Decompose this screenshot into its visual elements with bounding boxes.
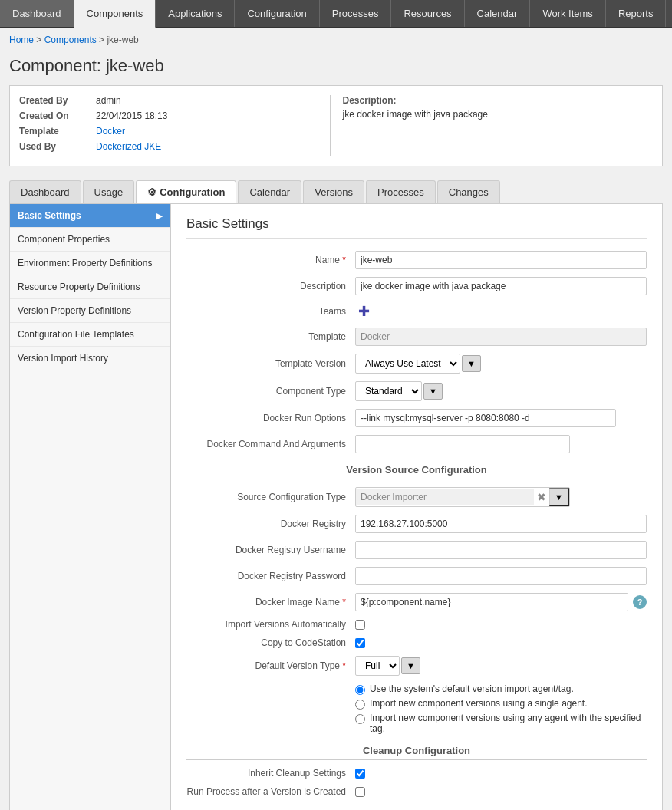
- run-process-row: Run Process after a Version is Created: [186, 786, 647, 797]
- nav-workitems[interactable]: Work Items: [530, 0, 606, 27]
- description-row: Description: [186, 277, 647, 295]
- tab-processes[interactable]: Processes: [366, 180, 436, 203]
- page-title: Component: jke-web: [0, 51, 672, 85]
- docker-run-label: Docker Run Options: [186, 413, 355, 423]
- template-version-label: Template Version: [186, 358, 355, 369]
- component-type-dropdown-arrow[interactable]: ▼: [423, 383, 443, 400]
- docker-command-row: Docker Command And Arguments: [186, 435, 647, 453]
- nav-dashboard[interactable]: Dashboard: [0, 0, 74, 27]
- sidebar-item-component-properties[interactable]: Component Properties: [10, 228, 170, 252]
- docker-image-name-help-icon[interactable]: ?: [633, 595, 647, 609]
- sidebar-item-version-import-history[interactable]: Version Import History: [10, 347, 170, 370]
- created-by-value: admin: [96, 95, 121, 106]
- form-title: Basic Settings: [186, 216, 647, 239]
- import-versions-checkbox[interactable]: [355, 620, 365, 630]
- template-value: Docker: [96, 126, 125, 137]
- radio-system-default[interactable]: [355, 685, 365, 695]
- info-panel: Created By admin Created On 22/04/2015 1…: [9, 85, 663, 166]
- docker-registry-label: Docker Registry: [186, 519, 355, 529]
- cleanup-section-divider: Cleanup Configuration: [186, 745, 647, 760]
- nav-calendar[interactable]: Calendar: [465, 0, 531, 27]
- agent-radio-group: Use the system's default version import …: [355, 683, 647, 734]
- source-config-type-input[interactable]: [356, 489, 534, 505]
- teams-row: Teams ✚: [186, 303, 647, 320]
- form-area: Basic Settings Name * Description Teams …: [171, 204, 662, 810]
- sidebar-item-configuration-file-templates[interactable]: Configuration File Templates: [10, 323, 170, 347]
- docker-command-input[interactable]: [355, 435, 570, 453]
- docker-image-name-label: Docker Image Name *: [186, 597, 355, 608]
- copy-to-codestation-label: Copy to CodeStation: [186, 637, 355, 648]
- tab-calendar[interactable]: Calendar: [238, 180, 301, 203]
- docker-registry-username-label: Docker Registry Username: [186, 545, 355, 555]
- template-field-label: Template: [186, 331, 355, 342]
- template-label: Template: [19, 126, 96, 137]
- template-link[interactable]: Docker: [96, 126, 125, 137]
- info-right: Description: jke docker image with java …: [330, 95, 654, 156]
- template-row: Template: [186, 328, 647, 346]
- tab-usage[interactable]: Usage: [83, 180, 135, 203]
- component-type-dropdown-group: Standard ▼: [355, 381, 443, 401]
- source-config-type-dropdown-button[interactable]: ▼: [549, 488, 569, 506]
- docker-registry-username-input[interactable]: [355, 541, 647, 559]
- docker-registry-input[interactable]: [355, 515, 647, 533]
- nav-processes[interactable]: Processes: [320, 0, 392, 27]
- breadcrumb-home[interactable]: Home: [9, 35, 34, 45]
- sidebar-item-basic-settings[interactable]: Basic Settings ▶: [10, 204, 170, 228]
- created-on-value: 22/04/2015 18:13: [96, 110, 167, 121]
- sidebar-item-version-property-definitions[interactable]: Version Property Definitions: [10, 299, 170, 323]
- docker-image-name-input[interactable]: [355, 593, 628, 611]
- import-versions-row: Import Versions Automatically: [186, 619, 647, 630]
- radio-any-agent-tag[interactable]: [355, 714, 365, 724]
- tab-bar: Dashboard Usage ⚙Configuration Calendar …: [9, 176, 663, 204]
- description-input[interactable]: [355, 277, 647, 295]
- source-config-type-field: ✖ ▼: [355, 487, 570, 507]
- template-version-select[interactable]: Always Use Latest: [355, 354, 460, 374]
- main-content: Basic Settings ▶ Component Properties En…: [9, 204, 663, 810]
- nav-applications[interactable]: Applications: [156, 0, 235, 27]
- nav-resources[interactable]: Resources: [391, 0, 464, 27]
- used-by-value: Dockerized JKE: [96, 141, 161, 152]
- used-by-link[interactable]: Dockerized JKE: [96, 141, 161, 152]
- nav-components[interactable]: Components: [74, 0, 156, 28]
- description-label: Description: [186, 281, 355, 291]
- inherit-cleanup-label: Inherit Cleanup Settings: [186, 768, 355, 779]
- radio-row-1: Import new component versions using a si…: [355, 698, 647, 710]
- docker-run-input[interactable]: [355, 409, 616, 427]
- run-process-label: Run Process after a Version is Created: [186, 786, 355, 797]
- name-label: Name *: [186, 255, 355, 265]
- tab-dashboard[interactable]: Dashboard: [9, 180, 81, 203]
- source-config-type-label: Source Configuration Type: [186, 492, 355, 502]
- source-config-type-clear-button[interactable]: ✖: [534, 489, 549, 505]
- chevron-right-icon: ▶: [156, 212, 163, 220]
- gear-icon: ⚙: [147, 186, 156, 198]
- template-version-dropdown-arrow[interactable]: ▼: [462, 355, 481, 372]
- import-versions-label: Import Versions Automatically: [186, 619, 355, 630]
- description-label: Description:: [343, 95, 654, 106]
- teams-add-button[interactable]: ✚: [355, 303, 373, 320]
- docker-run-row: Docker Run Options: [186, 409, 647, 427]
- default-version-type-label: Default Version Type *: [186, 660, 355, 671]
- nav-configuration[interactable]: Configuration: [235, 0, 319, 27]
- radio-single-agent[interactable]: [355, 700, 365, 710]
- default-version-type-select[interactable]: Full: [355, 656, 400, 676]
- docker-command-label: Docker Command And Arguments: [186, 439, 355, 449]
- sidebar: Basic Settings ▶ Component Properties En…: [10, 204, 171, 810]
- docker-registry-password-input[interactable]: [355, 567, 647, 585]
- docker-registry-password-label: Docker Registry Password: [186, 571, 355, 581]
- run-process-checkbox[interactable]: [355, 787, 365, 797]
- teams-label: Teams: [186, 306, 355, 317]
- sidebar-item-resource-property-definitions[interactable]: Resource Property Definitions: [10, 275, 170, 299]
- nav-reports[interactable]: Reports: [606, 0, 667, 27]
- component-type-select[interactable]: Standard: [355, 381, 422, 401]
- sidebar-item-environment-property-definitions[interactable]: Environment Property Definitions: [10, 252, 170, 275]
- tab-changes[interactable]: Changes: [437, 180, 500, 203]
- default-version-type-dropdown-arrow[interactable]: ▼: [401, 657, 420, 674]
- radio-row-2: Import new component versions using any …: [355, 713, 647, 734]
- name-input[interactable]: [355, 251, 647, 269]
- tab-configuration[interactable]: ⚙Configuration: [136, 180, 236, 203]
- tab-versions[interactable]: Versions: [303, 180, 364, 203]
- inherit-cleanup-checkbox[interactable]: [355, 769, 365, 779]
- description-text: jke docker image with java package: [343, 109, 654, 120]
- breadcrumb-components[interactable]: Components: [44, 35, 97, 45]
- copy-to-codestation-checkbox[interactable]: [355, 638, 365, 648]
